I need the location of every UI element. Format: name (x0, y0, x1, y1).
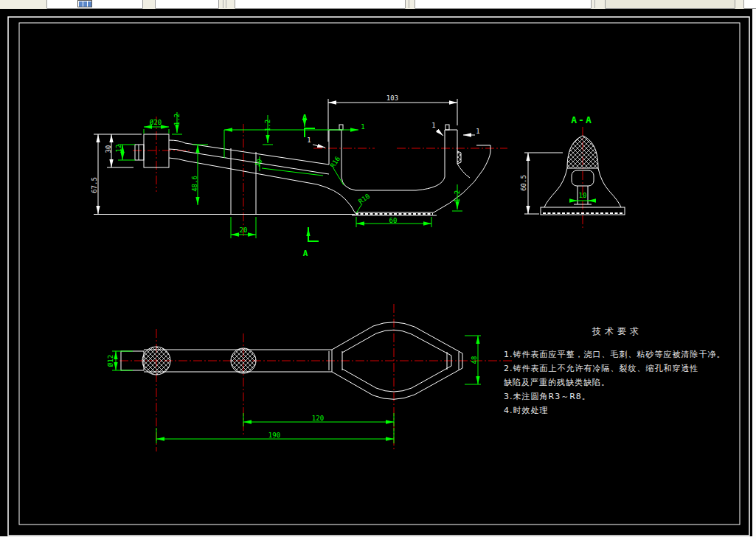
cad-drawing (0, 0, 756, 540)
tech-requirement-item: 2.铸件表面上不允许有冷隔、裂纹、缩孔和穿透性 (504, 364, 747, 373)
plan-view (112, 304, 514, 451)
hole-section-hatch (142, 347, 170, 375)
front-view (94, 99, 507, 241)
tech-requirement-item: 缺陷及严重的残缺类缺陷。 (504, 378, 747, 387)
hole-section-hatch (231, 348, 256, 373)
section-dome-hatch (567, 136, 598, 168)
section-sliver-hatch (457, 151, 461, 164)
tech-requirement-item: 4.时效处理 (504, 406, 747, 415)
sheet-inner-frame (19, 23, 740, 525)
technical-requirements: 技术要求 1.铸件表面应平整，浇口、毛刺、粘砂等应被清除干净。2.铸件表面上不允… (504, 325, 747, 420)
tech-requirements-list: 1.铸件表面应平整，浇口、毛刺、粘砂等应被清除干净。2.铸件表面上不允许有冷隔、… (504, 350, 747, 415)
tech-requirement-item: 3.未注圆角R3～R8。 (504, 392, 747, 401)
sheet-outer-frame (8, 17, 749, 536)
section-cut-mark-bottom (308, 227, 319, 241)
tech-requirements-title: 技术要求 (592, 325, 747, 338)
tech-requirement-item: 1.铸件表面应平整，浇口、毛刺、粘砂等应被清除干净。 (504, 350, 747, 359)
section-view-a-a (524, 127, 625, 230)
